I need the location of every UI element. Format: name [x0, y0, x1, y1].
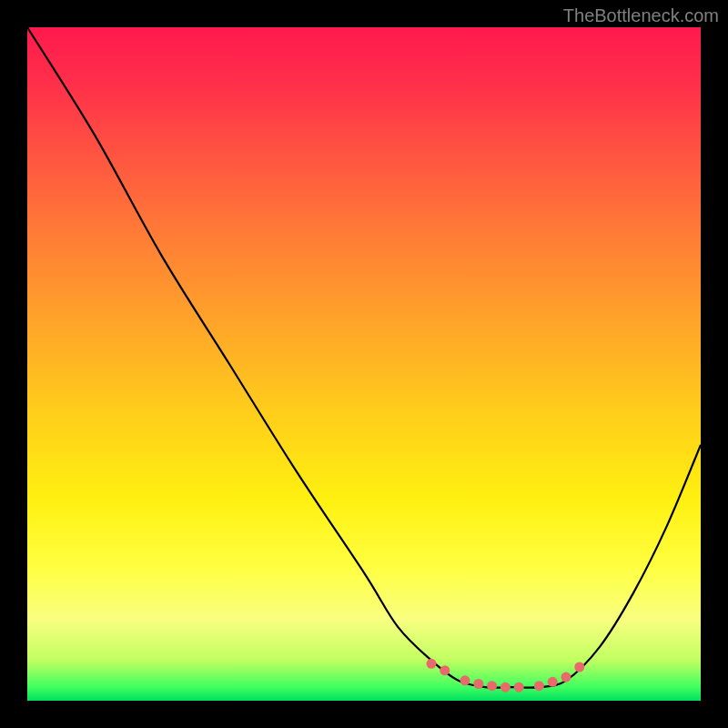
watermark-text: TheBottleneck.com — [563, 5, 719, 26]
highlight-dot — [427, 659, 437, 669]
highlight-dot — [500, 682, 511, 693]
highlight-dot — [440, 665, 450, 675]
highlight-dot — [487, 681, 497, 691]
highlight-dot — [473, 679, 483, 689]
highlight-dot — [548, 677, 558, 687]
highlight-dot — [514, 682, 524, 693]
plot-area — [27, 27, 701, 701]
highlight-dot — [574, 662, 584, 672]
chart-svg — [27, 27, 701, 701]
highlight-dot — [561, 672, 571, 682]
highlight-dot — [460, 675, 470, 685]
bottleneck-curve — [27, 27, 701, 688]
chart-container: TheBottleneck.com — [0, 0, 728, 728]
highlight-dot — [534, 681, 544, 691]
